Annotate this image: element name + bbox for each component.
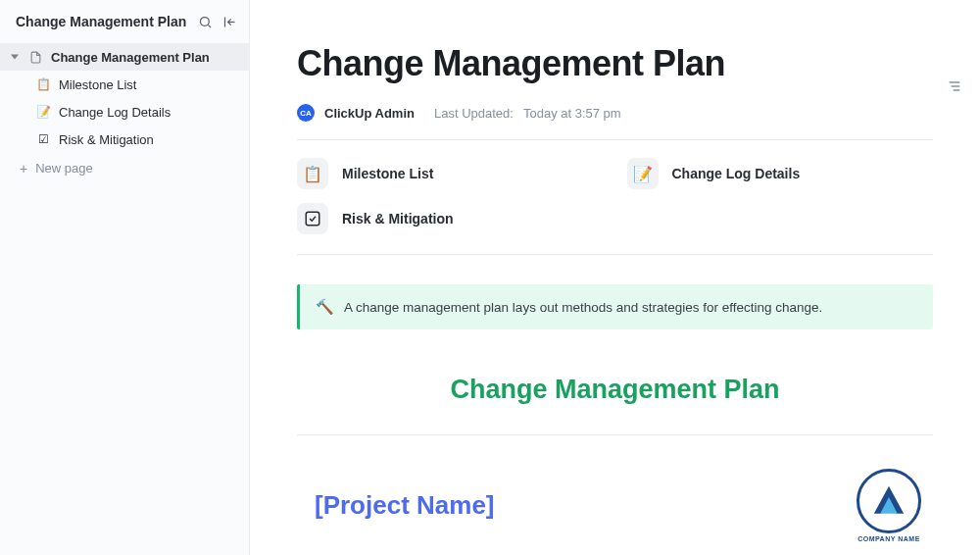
- company-logo: COMPANY NAME: [845, 469, 933, 542]
- sidebar-header: Change Management Plan: [0, 6, 249, 37]
- card-label: Milestone List: [342, 166, 433, 181]
- page-tree: Change Management Plan 📋 Milestone List …: [0, 43, 249, 183]
- memo-icon: 📝: [35, 104, 51, 120]
- company-name-text: COMPANY NAME: [858, 535, 920, 542]
- new-page-button[interactable]: + New page: [0, 153, 249, 183]
- avatar[interactable]: CA: [297, 104, 315, 122]
- card-label: Change Log Details: [672, 166, 801, 181]
- chevron-down-icon[interactable]: [10, 53, 20, 61]
- document-icon: [27, 49, 43, 65]
- search-icon[interactable]: [198, 15, 213, 29]
- main-content: Change Management Plan CA ClickUp Admin …: [250, 0, 980, 555]
- updated-label: Last Updated:: [434, 106, 514, 121]
- card-milestone[interactable]: 📋 Milestone List: [297, 158, 604, 189]
- tree-child-label: Milestone List: [59, 77, 136, 92]
- page-title: Change Management Plan: [297, 43, 933, 84]
- tree-child-changelog[interactable]: 📝 Change Log Details: [0, 98, 249, 126]
- tree-root-item[interactable]: Change Management Plan: [0, 43, 249, 71]
- clipboard-icon: 📋: [297, 158, 328, 189]
- callout-text: A change management plan lays out method…: [344, 300, 822, 315]
- hammer-icon: 🔨: [316, 298, 334, 316]
- tree-child-risk[interactable]: ☑ Risk & Mitigation: [0, 126, 249, 153]
- page-meta: CA ClickUp Admin Last Updated: Today at …: [297, 104, 933, 140]
- svg-line-1: [208, 25, 211, 27]
- project-section: [Project Name] COMPANY NAME: [297, 469, 933, 555]
- sidebar-header-actions: [198, 15, 237, 29]
- callout-banner: 🔨 A change management plan lays out meth…: [297, 284, 933, 329]
- checkbox-icon: [297, 203, 328, 234]
- section-heading-green: Change Management Plan: [297, 375, 933, 435]
- clipboard-icon: 📋: [35, 76, 51, 92]
- card-label: Risk & Mitigation: [342, 211, 454, 227]
- subpage-cards: 📋 Milestone List 📝 Change Log Details Ri…: [297, 158, 933, 255]
- svg-rect-8: [306, 212, 319, 226]
- tree-child-milestone[interactable]: 📋 Milestone List: [0, 71, 249, 98]
- tree-root-label: Change Management Plan: [51, 50, 210, 65]
- checkbox-icon: ☑: [35, 131, 51, 147]
- sidebar-title: Change Management Plan: [16, 14, 190, 29]
- tree-child-label: Risk & Mitigation: [59, 132, 154, 147]
- toc-icon[interactable]: [947, 78, 962, 98]
- sidebar: Change Management Plan Change Management…: [0, 0, 250, 555]
- new-page-label: New page: [35, 161, 93, 176]
- author-name[interactable]: ClickUp Admin: [324, 106, 415, 121]
- project-name-placeholder[interactable]: [Project Name]: [315, 490, 495, 521]
- plus-icon: +: [20, 162, 27, 176]
- collapse-icon[interactable]: [222, 15, 237, 29]
- memo-icon: 📝: [627, 158, 659, 189]
- card-risk[interactable]: Risk & Mitigation: [297, 203, 604, 234]
- updated-value: Today at 3:57 pm: [523, 106, 621, 121]
- svg-point-0: [201, 17, 210, 25]
- card-changelog[interactable]: 📝 Change Log Details: [627, 158, 934, 189]
- logo-circle-icon: [857, 469, 921, 533]
- svg-marker-4: [11, 55, 19, 60]
- tree-child-label: Change Log Details: [59, 105, 171, 120]
